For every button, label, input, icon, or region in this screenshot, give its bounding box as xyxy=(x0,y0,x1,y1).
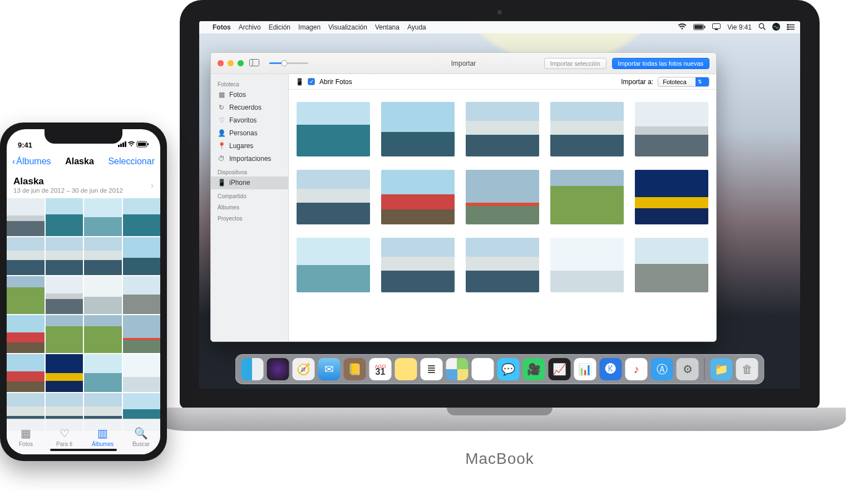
spotlight-icon[interactable] xyxy=(758,23,766,32)
photo-thumbnail[interactable] xyxy=(46,198,83,236)
import-to-select[interactable]: Fototeca ⇅ xyxy=(658,77,709,87)
dock-calendar-icon[interactable]: AGO31 xyxy=(369,358,392,380)
dock-facetime-icon[interactable]: 🎥 xyxy=(523,358,545,380)
dock-photos-icon[interactable]: ✿ xyxy=(472,358,494,380)
dock-notes-icon[interactable] xyxy=(395,358,417,380)
photo-thumbnail[interactable] xyxy=(123,237,161,275)
import-thumbnail[interactable] xyxy=(297,238,370,292)
dock-contacts-icon[interactable]: 📒 xyxy=(344,358,366,380)
mac-menubar[interactable]: Fotos Archivo Edición Imagen Visualizaci… xyxy=(199,21,800,33)
photo-thumbnail[interactable] xyxy=(46,276,83,314)
sidebar-item-personas[interactable]: 👤Personas xyxy=(211,127,288,140)
dock-appstore-icon[interactable]: Ⓐ xyxy=(651,358,673,380)
close-button[interactable] xyxy=(218,60,224,66)
battery-icon[interactable] xyxy=(693,23,706,32)
import-thumbnail[interactable] xyxy=(381,170,455,224)
sidebar-item-label: Personas xyxy=(229,129,258,138)
dock-settings-icon[interactable]: ⚙︎ xyxy=(677,358,699,380)
siri-icon[interactable] xyxy=(772,23,780,32)
dock-mail-icon[interactable]: ✉︎ xyxy=(318,358,341,380)
import-thumbnail[interactable] xyxy=(550,170,624,224)
sidebar-item-favoritos[interactable]: ♡Favoritos xyxy=(211,114,288,127)
dock-downloads-icon[interactable]: 📁 xyxy=(711,358,733,380)
dock-stocks-icon[interactable]: 📈 xyxy=(549,358,571,380)
back-button[interactable]: ‹Álbumes xyxy=(12,156,51,166)
dock-keynote-icon[interactable]: 🅚 xyxy=(600,358,622,380)
import-all-new-button[interactable]: Importar todas las fotos nuevas xyxy=(612,58,709,69)
photo-thumbnail[interactable] xyxy=(123,276,161,314)
dock-messages-icon[interactable]: 💬 xyxy=(497,358,520,380)
airplay-icon[interactable] xyxy=(712,23,721,32)
sidebar-item-importaciones[interactable]: ⏱Importaciones xyxy=(211,153,288,165)
photo-thumbnail[interactable] xyxy=(7,315,45,353)
photo-thumbnail[interactable] xyxy=(46,354,83,392)
import-thumbnail[interactable] xyxy=(550,238,624,292)
window-titlebar[interactable]: Importar Importar selección Importar tod… xyxy=(211,53,716,74)
photo-thumbnail[interactable] xyxy=(84,354,122,392)
import-thumbnail[interactable] xyxy=(635,238,708,292)
photo-thumbnail[interactable] xyxy=(7,198,45,236)
import-selection-button[interactable]: Importar selección xyxy=(544,58,606,69)
menu-archivo[interactable]: Archivo xyxy=(239,23,261,31)
album-header[interactable]: Alaska 13 de jun de 2012 – 30 de jun de … xyxy=(7,173,160,198)
photo-thumbnail[interactable] xyxy=(46,315,83,353)
photo-thumbnail[interactable] xyxy=(123,198,161,236)
import-thumbnail[interactable] xyxy=(466,102,539,156)
notification-center-icon[interactable] xyxy=(787,23,795,32)
photo-thumbnail[interactable] xyxy=(84,237,122,275)
menu-visualizacion[interactable]: Visualización xyxy=(328,23,367,31)
wifi-icon[interactable] xyxy=(678,23,687,32)
dock-safari-icon[interactable]: 🧭 xyxy=(293,358,315,380)
dock-itunes-icon[interactable]: ♪ xyxy=(625,358,648,380)
photo-thumbnail[interactable] xyxy=(84,276,122,314)
dock-siri-icon[interactable] xyxy=(267,358,289,380)
photo-thumbnail[interactable] xyxy=(7,354,45,392)
tab-buscar[interactable]: 🔍Buscar xyxy=(122,419,160,454)
import-thumbnail[interactable] xyxy=(381,238,455,292)
dock-maps-icon[interactable] xyxy=(446,358,468,380)
open-photos-checkbox[interactable]: ✓ xyxy=(308,78,315,85)
sidebar-item-iphone[interactable]: 📱iPhone xyxy=(211,177,288,189)
import-thumbnail[interactable] xyxy=(635,170,708,224)
app-name-menu[interactable]: Fotos xyxy=(213,23,231,31)
dock-numbers-icon[interactable]: 📊 xyxy=(574,358,596,380)
photo-thumbnail[interactable] xyxy=(123,354,161,392)
dock[interactable]: 🧭 ✉︎ 📒 AGO31 ≣ ✿ 💬 🎥 📈 📊 🅚 ♪ Ⓐ ⚙︎ 📁 🗑 xyxy=(235,354,765,384)
minimize-button[interactable] xyxy=(228,60,234,66)
import-thumbnail[interactable] xyxy=(297,170,370,224)
dock-finder-icon[interactable] xyxy=(241,358,264,380)
iphone-photo-grid[interactable] xyxy=(7,198,160,431)
window-traffic-lights[interactable] xyxy=(218,60,244,66)
zoom-button[interactable] xyxy=(238,60,244,66)
menu-ventana[interactable]: Ventana xyxy=(375,23,400,31)
thumbnail-zoom-slider[interactable] xyxy=(269,62,308,64)
import-thumbnail[interactable] xyxy=(381,102,455,156)
photo-thumbnail[interactable] xyxy=(123,315,161,353)
dock-reminders-icon[interactable]: ≣ xyxy=(421,358,443,380)
menu-ayuda[interactable]: Ayuda xyxy=(407,23,426,31)
photo-thumbnail[interactable] xyxy=(7,276,45,314)
sidebar-item-recuerdos[interactable]: ↻Recuerdos xyxy=(211,101,288,114)
menu-imagen[interactable]: Imagen xyxy=(298,23,320,31)
iphone-home-indicator[interactable] xyxy=(50,449,117,451)
import-thumbnail[interactable] xyxy=(635,102,708,156)
import-thumbnail[interactable] xyxy=(550,102,624,156)
photos-sidebar[interactable]: Fototeca ▦Fotos ↻Recuerdos ♡Favoritos 👤P… xyxy=(211,74,289,341)
photos-window: Importar Importar selección Importar tod… xyxy=(210,52,717,342)
sidebar-item-fotos[interactable]: ▦Fotos xyxy=(211,89,288,101)
menubar-clock[interactable]: Vie 9:41 xyxy=(727,23,752,31)
import-thumbnail[interactable] xyxy=(297,102,370,156)
tab-fotos[interactable]: ▦Fotos xyxy=(7,419,45,454)
sidebar-item-lugares[interactable]: 📍Lugares xyxy=(211,140,288,153)
select-button[interactable]: Seleccionar xyxy=(108,156,155,166)
import-thumbnail[interactable] xyxy=(466,238,539,292)
menu-edicion[interactable]: Edición xyxy=(269,23,290,31)
import-thumbnail[interactable] xyxy=(466,170,539,224)
photo-thumbnail[interactable] xyxy=(84,315,122,353)
photo-thumbnail[interactable] xyxy=(84,198,122,236)
sidebar-toggle-icon[interactable] xyxy=(249,59,259,68)
photo-thumbnail[interactable] xyxy=(7,237,45,275)
photo-thumbnail[interactable] xyxy=(46,237,83,275)
dock-trash-icon[interactable]: 🗑 xyxy=(736,358,758,380)
import-thumbnail-grid[interactable] xyxy=(289,90,716,341)
